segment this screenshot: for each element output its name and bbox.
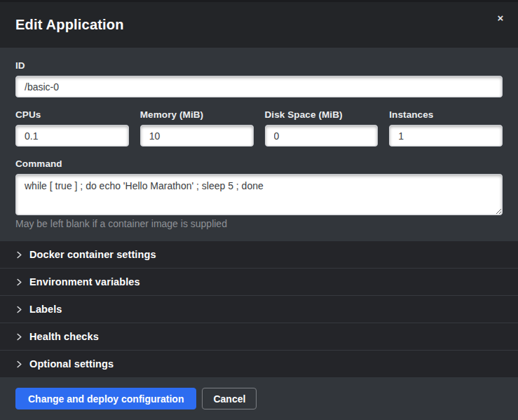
disk-space-input[interactable]	[265, 125, 379, 147]
collapsible-sections: Docker container settings Environment va…	[0, 241, 518, 377]
modal-footer: Change and deploy configuration Cancel	[0, 377, 518, 420]
section-title: Labels	[29, 304, 62, 315]
section-title: Optional settings	[29, 358, 114, 370]
cancel-button[interactable]: Cancel	[202, 388, 257, 409]
disk-space-label: Disk Space (MiB)	[265, 109, 379, 120]
cpus-field-group: CPUs	[15, 109, 129, 147]
command-textarea[interactable]: while [ true ] ; do echo 'Hello Marathon…	[15, 174, 503, 215]
section-title: Health checks	[29, 331, 99, 342]
command-help-text: May be left blank if a container image i…	[15, 218, 503, 229]
memory-label: Memory (MiB)	[140, 109, 254, 120]
modal-title: Edit Application	[15, 17, 124, 33]
section-labels[interactable]: Labels	[0, 295, 518, 323]
resource-fields-row: CPUs Memory (MiB) Disk Space (MiB) Insta…	[15, 109, 503, 147]
modal-form: ID CPUs Memory (MiB) Disk Space (MiB) In…	[0, 48, 518, 241]
memory-field-group: Memory (MiB)	[140, 109, 254, 147]
chevron-right-icon	[15, 251, 23, 259]
section-title: Docker container settings	[29, 249, 156, 260]
change-and-deploy-button[interactable]: Change and deploy configuration	[15, 388, 196, 409]
modal-header: Edit Application ×	[0, 2, 518, 48]
edit-application-modal: Edit Application × ID CPUs Memory (MiB) …	[0, 0, 518, 420]
command-label: Command	[15, 158, 503, 169]
instances-input[interactable]	[389, 125, 503, 147]
memory-input[interactable]	[140, 125, 254, 147]
chevron-right-icon	[15, 278, 23, 286]
instances-field-group: Instances	[389, 109, 503, 147]
chevron-right-icon	[15, 360, 23, 368]
id-label: ID	[15, 60, 503, 71]
chevron-right-icon	[15, 306, 23, 313]
chevron-right-icon	[15, 333, 23, 341]
section-environment-variables[interactable]: Environment variables	[0, 268, 518, 295]
id-input[interactable]	[15, 76, 503, 97]
cpus-label: CPUs	[15, 109, 129, 120]
section-docker-container-settings[interactable]: Docker container settings	[0, 241, 518, 268]
section-health-checks[interactable]: Health checks	[0, 323, 518, 350]
close-icon[interactable]: ×	[493, 11, 508, 26]
section-optional-settings[interactable]: Optional settings	[0, 350, 518, 377]
section-title: Environment variables	[29, 276, 140, 287]
instances-label: Instances	[389, 109, 503, 120]
disk-space-field-group: Disk Space (MiB)	[265, 109, 379, 147]
id-field-group: ID	[15, 60, 503, 97]
cpus-input[interactable]	[15, 125, 129, 147]
command-field-group: Command while [ true ] ; do echo 'Hello …	[15, 158, 503, 229]
